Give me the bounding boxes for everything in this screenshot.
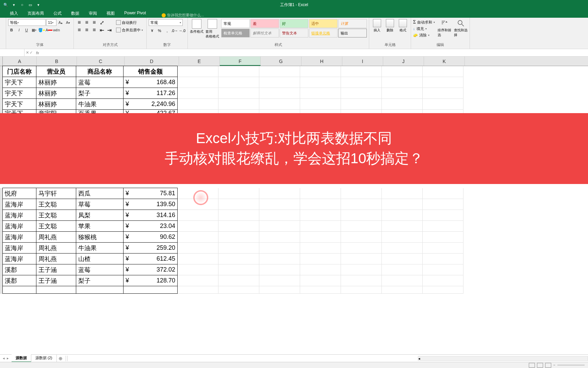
cell[interactable]: 宇天下 bbox=[2, 77, 36, 88]
cell[interactable] bbox=[382, 99, 423, 110]
cell[interactable] bbox=[259, 254, 300, 264]
menu-tab[interactable]: 插入 bbox=[5, 9, 23, 18]
cell[interactable] bbox=[423, 88, 463, 99]
cell[interactable]: 蓝海岸 bbox=[2, 220, 36, 232]
cell[interactable] bbox=[341, 77, 382, 88]
cell[interactable] bbox=[423, 66, 463, 77]
cell[interactable]: 林丽婷 bbox=[36, 98, 76, 110]
cell[interactable] bbox=[218, 77, 259, 88]
cell[interactable] bbox=[382, 210, 423, 221]
cell[interactable] bbox=[259, 99, 300, 110]
font-size-select[interactable]: 11▾ bbox=[46, 19, 56, 26]
table-row[interactable] bbox=[0, 286, 588, 294]
cell[interactable] bbox=[300, 188, 341, 199]
cell[interactable] bbox=[218, 66, 259, 77]
cell[interactable]: ¥259.20 bbox=[123, 242, 178, 254]
new-sheet-button[interactable]: ⊕ bbox=[57, 355, 64, 362]
cell[interactable]: 宇天下 bbox=[2, 88, 36, 99]
cell[interactable]: 溪郡 bbox=[2, 275, 36, 286]
cell[interactable]: 周礼燕 bbox=[36, 231, 76, 243]
cell[interactable]: 蓝海岸 bbox=[2, 253, 36, 264]
font-color-button[interactable]: A bbox=[46, 27, 52, 33]
cell[interactable]: ¥90.62 bbox=[123, 231, 178, 243]
cell[interactable]: 溪郡 bbox=[2, 264, 36, 275]
cell[interactable] bbox=[259, 210, 300, 221]
cell[interactable]: ¥75.81 bbox=[123, 188, 178, 199]
column-header[interactable]: A bbox=[3, 57, 37, 66]
cell[interactable] bbox=[300, 99, 341, 110]
zoom-out-icon[interactable]: − bbox=[553, 363, 555, 367]
cell[interactable] bbox=[423, 254, 463, 264]
cell[interactable]: 蓝莓 bbox=[76, 264, 124, 275]
table-row[interactable]: 蓝海岸周礼燕猕猴桃¥90.62 bbox=[0, 232, 588, 243]
qat-dropdown-icon[interactable]: ▾ bbox=[12, 2, 16, 7]
cell[interactable]: 西瓜 bbox=[76, 188, 124, 199]
cell[interactable] bbox=[382, 264, 423, 275]
wrap-text-button[interactable]: 自动换行 bbox=[115, 19, 144, 26]
align-bottom-icon[interactable]: ≡ bbox=[91, 19, 98, 26]
cell[interactable] bbox=[259, 275, 300, 286]
cell[interactable] bbox=[382, 254, 423, 264]
number-format-select[interactable]: 常规▾ bbox=[149, 19, 183, 26]
table-row[interactable]: 宇天下林丽婷牛油果¥2,240.96 bbox=[0, 99, 588, 110]
cell[interactable]: ¥372.02 bbox=[123, 264, 178, 275]
normal-view-icon[interactable] bbox=[529, 363, 535, 368]
cell[interactable] bbox=[341, 99, 382, 110]
phonetic-button[interactable]: wén bbox=[53, 27, 60, 33]
cell[interactable] bbox=[178, 221, 218, 232]
cell[interactable]: 悦府 bbox=[2, 188, 36, 199]
cell[interactable] bbox=[382, 66, 423, 77]
column-header[interactable]: K bbox=[424, 57, 465, 66]
cell[interactable]: 牛油果 bbox=[76, 98, 124, 110]
cell[interactable] bbox=[382, 243, 423, 254]
style-cell[interactable]: 检查单元格 bbox=[221, 29, 250, 37]
search-icon[interactable]: 🔍 bbox=[3, 2, 8, 7]
name-box[interactable] bbox=[0, 49, 24, 56]
cell[interactable] bbox=[259, 77, 300, 88]
horizontal-scrollbar[interactable]: ◂ bbox=[418, 356, 588, 361]
table-row[interactable]: 宇天下林丽婷蓝莓¥168.48 bbox=[0, 77, 588, 88]
underline-button[interactable]: U bbox=[23, 27, 30, 33]
cell[interactable]: 猕猴桃 bbox=[76, 231, 124, 243]
cell[interactable]: 蓝莓 bbox=[76, 77, 124, 88]
cell[interactable]: 蓝海岸 bbox=[2, 231, 36, 243]
fx-icon[interactable]: fx bbox=[34, 51, 41, 55]
cell[interactable] bbox=[218, 221, 259, 232]
cell[interactable] bbox=[341, 66, 382, 77]
cell[interactable]: 商品名称 bbox=[76, 66, 124, 77]
column-header[interactable]: I bbox=[342, 57, 383, 66]
column-header[interactable]: J bbox=[383, 57, 424, 66]
cell[interactable]: 梨子 bbox=[76, 275, 124, 286]
orientation-icon[interactable]: ⤢ bbox=[98, 19, 105, 26]
cell[interactable] bbox=[423, 264, 463, 275]
format-cells-button[interactable]: 格式 bbox=[397, 19, 409, 33]
cell[interactable] bbox=[259, 188, 300, 199]
percent-button[interactable]: % bbox=[156, 27, 163, 34]
cell[interactable] bbox=[178, 99, 218, 110]
align-middle-icon[interactable]: ≡ bbox=[83, 19, 90, 26]
align-center-icon[interactable]: ≡ bbox=[83, 27, 90, 33]
cell[interactable]: ¥168.48 bbox=[123, 77, 178, 88]
cell[interactable]: 蓝海岸 bbox=[2, 210, 36, 221]
cell[interactable] bbox=[259, 264, 300, 275]
fill-color-button[interactable]: 🪣 bbox=[38, 27, 45, 33]
sheet-tab[interactable]: 源数据 bbox=[12, 354, 31, 362]
cell[interactable] bbox=[341, 254, 382, 264]
cell[interactable] bbox=[300, 232, 341, 243]
page-layout-view-icon[interactable] bbox=[537, 363, 543, 368]
circle-icon[interactable]: ○ bbox=[20, 2, 24, 7]
menu-tab[interactable]: 数据 bbox=[66, 9, 84, 18]
cell[interactable] bbox=[382, 88, 423, 99]
align-left-icon[interactable]: ≡ bbox=[76, 27, 83, 33]
cell[interactable]: ¥139.50 bbox=[123, 199, 178, 210]
cell[interactable] bbox=[423, 77, 463, 88]
cell[interactable]: 王子涵 bbox=[36, 275, 76, 286]
style-cell[interactable]: 解释性文本 bbox=[250, 29, 279, 37]
table-row[interactable]: 蓝海岸王文聪草莓¥139.50 bbox=[0, 199, 588, 210]
table-row[interactable]: 宇天下林丽婷梨子¥117.26 bbox=[0, 88, 588, 99]
cell[interactable] bbox=[341, 188, 382, 199]
cell[interactable]: 凤梨 bbox=[76, 210, 124, 221]
cell[interactable] bbox=[341, 243, 382, 254]
cell[interactable] bbox=[341, 88, 382, 99]
cell[interactable] bbox=[218, 275, 259, 286]
